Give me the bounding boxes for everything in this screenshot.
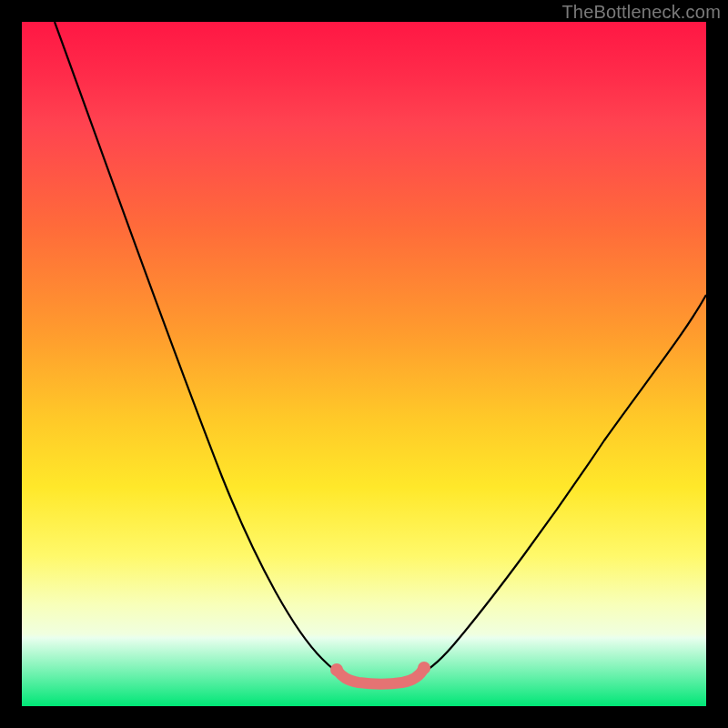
flat-bottom-left-dot [330,663,343,676]
plot-area [22,22,706,706]
chart-container: TheBottleneck.com [0,0,728,728]
flat-bottom-right-dot [418,662,430,674]
left-curve [55,22,342,675]
right-curve [420,295,706,673]
flat-bottom-segment [337,668,424,684]
curve-overlay [22,22,706,706]
watermark-text: TheBottleneck.com [561,2,721,23]
